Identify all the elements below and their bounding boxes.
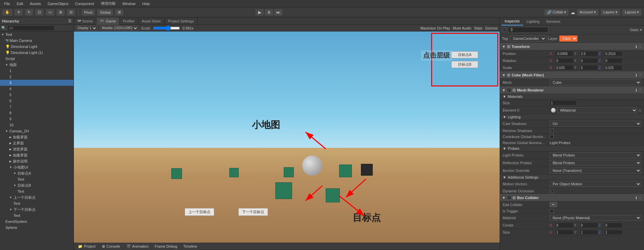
scale-slider[interactable] [153, 26, 180, 30]
refl-probes-select[interactable]: Blend Probes [550, 160, 641, 166]
layers-btn[interactable]: Layers ▾ [600, 9, 620, 16]
mesh-filter-arrow[interactable]: ▼ [502, 73, 506, 77]
hierarchy-item-next-target[interactable]: ▼ 下一个目标点 [0, 206, 74, 212]
pause-btn[interactable]: ⏸ [264, 9, 274, 16]
hierarchy-item-text-b[interactable]: Text [0, 188, 74, 194]
mesh-renderer-active[interactable] [507, 88, 511, 92]
resolution-select[interactable]: Maddie (1920x1080) [100, 25, 138, 31]
receive-shadows-checkbox[interactable] [550, 129, 554, 133]
box-collider-active[interactable] [507, 196, 511, 200]
tab-asset-store[interactable]: Asset Store [138, 17, 165, 25]
transform-info-icon[interactable]: ℹ [636, 45, 637, 49]
transform-arrow[interactable]: ▼ [502, 45, 506, 49]
static-dropdown[interactable]: Static ▾ [630, 28, 642, 32]
mat-size-input[interactable] [550, 100, 577, 106]
hierarchy-item-loading[interactable]: ▶ 加载界面 [0, 134, 74, 140]
probes-arrow[interactable]: ▼ [503, 146, 506, 150]
pos-y-input[interactable] [580, 51, 598, 56]
hierarchy-search-input[interactable] [7, 25, 54, 31]
scale-tool-btn[interactable]: ⊡ [35, 9, 44, 16]
is-trigger-checkbox[interactable] [550, 209, 554, 213]
tab-scene[interactable]: 🗺 Scene [74, 17, 96, 25]
transform-tool-btn[interactable]: ⊞ [56, 9, 65, 16]
dynamic-occlusion-checkbox[interactable] [550, 189, 554, 193]
tab-game[interactable]: 🎮 Game [96, 17, 120, 25]
hierarchy-item-3[interactable]: 3 [0, 80, 74, 86]
light-probes-select[interactable]: Blend Probes [550, 152, 641, 158]
mute-label[interactable]: Mute Audio [453, 26, 471, 30]
menu-component[interactable]: Component [74, 2, 95, 6]
menu-enhance[interactable]: 增强功能 [99, 1, 117, 6]
mini-btn-a[interactable]: 目标点A [451, 51, 478, 58]
hierarchy-item-create[interactable]: ▶ 创建界面 [0, 152, 74, 158]
account-btn[interactable]: Account ▾ [577, 9, 599, 16]
tab-lighting[interactable]: Lighting [523, 17, 543, 25]
edit-collider-btn[interactable]: ✏ [550, 202, 557, 207]
hierarchy-item-sphere[interactable]: Sphere [0, 225, 74, 231]
nav-prev-btn[interactable]: 上一个目标点 [185, 208, 214, 216]
collider-material-select[interactable]: None (Physic Material) [550, 215, 641, 221]
layer-select[interactable]: Click [559, 36, 578, 42]
hierarchy-item-main-ui[interactable]: ▶ 主界面 [0, 140, 74, 146]
tab-inspector[interactable]: Inspector [501, 17, 523, 25]
obj-active-checkbox[interactable] [502, 28, 506, 32]
tab-timeline[interactable]: Timeline [181, 243, 200, 250]
custom-tool-btn[interactable]: ⊟ [66, 9, 76, 16]
nav-next-btn[interactable]: 下一个目标点 [238, 208, 268, 216]
hierarchy-item-2[interactable]: 2 [0, 74, 74, 80]
hierarchy-item-target-a[interactable]: ▼ 目标点A [0, 170, 74, 176]
hierarchy-item-5[interactable]: 5 [0, 92, 74, 98]
rot-y-input[interactable] [580, 58, 598, 63]
rot-z-input[interactable] [604, 58, 623, 63]
anchor-select[interactable]: None (Transform) [550, 168, 641, 174]
box-collider-arrow[interactable]: ▼ [502, 196, 506, 200]
rotate-tool-btn[interactable]: ↻ [25, 9, 34, 16]
gizmos-btn[interactable]: Gizmos [485, 26, 498, 30]
hierarchy-item-ground[interactable]: ▼ 地面 [0, 62, 74, 68]
layout-btn[interactable]: Layout ▾ [622, 9, 642, 16]
csize-y-input[interactable] [580, 230, 598, 235]
hierarchy-item-8[interactable]: 8 [0, 110, 74, 116]
hand-tool-btn[interactable]: ✋ [2, 9, 13, 16]
stats-label[interactable]: Stats [474, 26, 482, 30]
box-collider-menu-icon[interactable]: ⋮ [638, 196, 642, 200]
hierarchy-menu-icon[interactable]: ☰ [68, 19, 72, 23]
hierarchy-item-4[interactable]: 4 [0, 86, 74, 92]
tag-select[interactable]: GameController [510, 36, 546, 42]
hierarchy-item-script[interactable]: Script [0, 56, 74, 62]
hierarchy-item-event-system[interactable]: EventSystem [0, 218, 74, 225]
tab-profiler[interactable]: Profiler [120, 17, 138, 25]
hierarchy-item-text-a[interactable]: Text [0, 176, 74, 182]
motion-vectors-select[interactable]: Per Object Motion [550, 181, 641, 187]
materials-arrow[interactable]: ▼ [503, 95, 506, 99]
mesh-filter-info-icon[interactable]: ℹ [636, 73, 637, 77]
tab-project[interactable]: 📁 Project [75, 243, 98, 250]
menu-edit[interactable]: Edit [15, 2, 25, 6]
global-btn[interactable]: Global [97, 9, 113, 16]
hierarchy-item-target-b[interactable]: ▼ 目标点B [0, 182, 74, 188]
contrib-gi-checkbox[interactable] [550, 135, 554, 139]
mesh-select[interactable]: Cube [550, 79, 641, 85]
hierarchy-item-10[interactable]: 10 [0, 122, 74, 128]
pos-x-input[interactable] [555, 51, 573, 56]
lighting-arrow[interactable]: ▼ [503, 115, 506, 119]
mini-btn-b[interactable]: 目标点B [451, 61, 478, 68]
obj-name-input[interactable] [508, 27, 548, 33]
center-y-input[interactable] [580, 223, 598, 228]
cast-shadows-select[interactable]: On [550, 121, 641, 127]
mesh-filter-menu-icon[interactable]: ⋮ [638, 73, 642, 77]
hierarchy-item-browse[interactable]: ▶ 浏览界面 [0, 146, 74, 152]
menu-help[interactable]: Help [141, 2, 151, 6]
maximize-label[interactable]: Maximize On Play [420, 26, 450, 30]
scale-y-input[interactable] [580, 65, 598, 70]
mesh-renderer-info-icon[interactable]: ℹ [636, 88, 637, 92]
move-tool-btn[interactable]: ✛ [14, 9, 23, 16]
element0-target-icon[interactable]: ⊙ [639, 109, 641, 112]
grid-btn[interactable]: ⊞ [115, 9, 124, 16]
tab-animation[interactable]: 🎬 Animation [124, 243, 151, 250]
hierarchy-item-dir-light-1[interactable]: 💡 Directional Light (1) [0, 50, 74, 56]
hierarchy-item-minimap[interactable]: ▼ 小地图UI [0, 164, 74, 170]
center-z-input[interactable] [604, 223, 623, 228]
hierarchy-item-prev-target[interactable]: ▼ 上一个目标点 [0, 194, 74, 200]
hierarchy-item-main-camera[interactable]: 📷 Main Camera [0, 38, 74, 44]
